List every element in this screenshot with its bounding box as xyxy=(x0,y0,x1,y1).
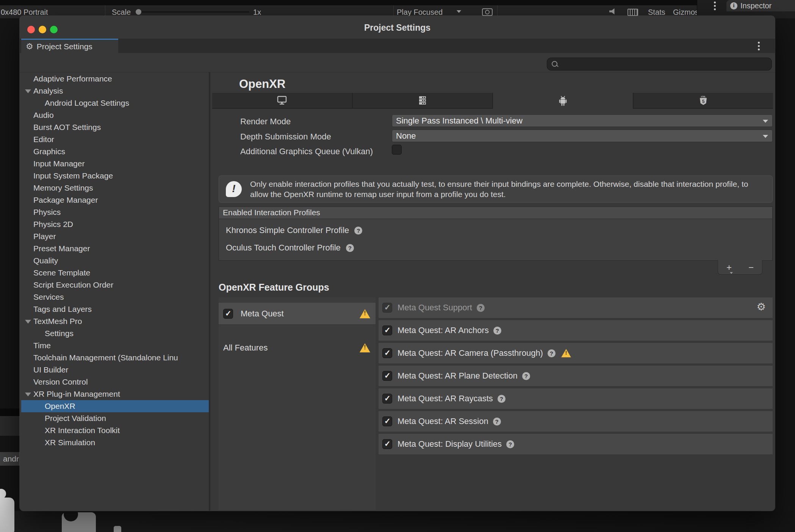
feature-settings-gear-icon[interactable]: ⚙ xyxy=(757,302,766,312)
sidebar-item-label: Analysis xyxy=(33,86,63,95)
help-icon[interactable]: ? xyxy=(498,395,505,403)
scale-slider[interactable] xyxy=(140,11,249,13)
sidebar-item[interactable]: Settings xyxy=(21,327,209,340)
interaction-profile-row[interactable]: Oculus Touch Controller Profile ? xyxy=(226,242,772,254)
tab-platform-android[interactable] xyxy=(493,93,634,109)
sidebar-item[interactable]: Scene Template xyxy=(21,267,209,279)
sidebar-item[interactable]: Services xyxy=(21,291,209,303)
vulkan-queue-checkbox[interactable] xyxy=(392,145,402,155)
vsync-icon[interactable] xyxy=(628,9,638,16)
group-label: All Features xyxy=(223,343,268,353)
sidebar-item[interactable]: XR Interaction Toolkit xyxy=(21,424,209,437)
stats-button[interactable]: Stats xyxy=(648,8,665,17)
settings-category-list: Adaptive Performance Analysis Android Lo… xyxy=(21,72,209,511)
sidebar-item[interactable]: Memory Settings xyxy=(21,182,209,194)
vulkan-queue-label: Additional Graphics Queue (Vulkan) xyxy=(240,147,373,156)
feature-checkbox[interactable] xyxy=(382,348,392,358)
mute-audio-icon[interactable] xyxy=(609,8,616,14)
sidebar-item[interactable]: Physics 2D xyxy=(21,218,209,230)
tab-platform-webgl[interactable]: HTML 5 xyxy=(634,93,773,109)
disclosure-triangle-icon[interactable] xyxy=(25,89,31,93)
screenshot-icon[interactable] xyxy=(482,8,493,16)
sidebar-item-label: Package Manager xyxy=(33,196,98,204)
tab-platform-desktop[interactable] xyxy=(212,93,353,109)
play-focused-dropdown[interactable]: Play Focused xyxy=(397,8,443,17)
help-icon[interactable]: ? xyxy=(506,440,514,448)
background-panel-edge xyxy=(0,408,20,416)
sidebar-item[interactable]: Tags and Layers xyxy=(21,303,209,315)
help-icon[interactable]: ? xyxy=(354,227,362,235)
sidebar-item[interactable]: Editor xyxy=(21,133,209,146)
platform-tabs: HTML 5 xyxy=(212,93,773,109)
search-input[interactable] xyxy=(547,58,772,70)
disclosure-triangle-icon[interactable] xyxy=(25,320,31,324)
inspector-tab[interactable]: i Inspector xyxy=(726,0,795,11)
sidebar-item[interactable]: Script Execution Order xyxy=(21,279,209,291)
sidebar-item[interactable]: Time xyxy=(21,340,209,352)
help-icon[interactable]: ? xyxy=(493,418,501,426)
help-icon[interactable]: ? xyxy=(548,349,556,357)
panel-menu-kebab-icon[interactable] xyxy=(714,2,716,10)
sidebar-item[interactable]: XR Simulation xyxy=(21,437,209,449)
sidebar-item[interactable]: Burst AOT Settings xyxy=(21,121,209,133)
openxr-settings-pane: OpenXR xyxy=(210,72,775,511)
sidebar-item[interactable]: Quality xyxy=(21,255,209,267)
project-settings-window: Project Settings ⚙ Project Settings Adap… xyxy=(20,16,775,511)
sidebar-item[interactable]: Project Validation xyxy=(21,412,209,424)
sidebar-item[interactable]: Audio xyxy=(21,109,209,121)
sidebar-item-label: XR Interaction Toolkit xyxy=(45,426,120,435)
sidebar-item[interactable]: Input Manager xyxy=(21,158,209,170)
feature-checkbox[interactable] xyxy=(382,416,392,426)
sidebar-item[interactable]: Package Manager xyxy=(21,194,209,206)
remove-profile-button[interactable]: − xyxy=(748,263,754,272)
tab-platform-dedicated-server[interactable] xyxy=(353,93,493,109)
sidebar-item[interactable]: Player xyxy=(21,230,209,243)
profiles-list-actions: + − xyxy=(718,260,762,275)
feature-groups-heading: OpenXR Feature Groups xyxy=(219,282,329,293)
feature-checkbox[interactable] xyxy=(382,394,392,404)
sidebar-item[interactable]: Input System Package xyxy=(21,170,209,182)
resolution-dropdown[interactable]: 0x480 Portrait xyxy=(1,8,48,17)
feature-group-row[interactable]: Meta Quest xyxy=(219,303,376,325)
inspector-tab-label: Inspector xyxy=(740,2,772,10)
feature-groups-panel: Meta Quest All Features xyxy=(219,297,376,510)
add-profile-button[interactable]: + xyxy=(726,263,732,272)
render-mode-dropdown[interactable]: Single Pass Instanced \ Multi-view xyxy=(392,114,773,127)
sidebar-item[interactable]: Version Control xyxy=(21,376,209,388)
disclosure-triangle-icon[interactable] xyxy=(25,393,31,396)
sidebar-item[interactable]: XR Plug-in Management xyxy=(21,388,209,400)
feature-label: Meta Quest: AR Raycasts xyxy=(398,394,493,404)
sidebar-item[interactable]: TextMesh Pro xyxy=(21,315,209,327)
sidebar-item[interactable]: Graphics xyxy=(21,146,209,158)
feature-checkbox[interactable] xyxy=(382,371,392,381)
sidebar-item[interactable]: Physics xyxy=(21,206,209,218)
depth-submission-dropdown[interactable]: None xyxy=(392,130,773,142)
interaction-profile-row[interactable]: Khronos Simple Controller Profile ? xyxy=(226,224,772,236)
feature-checkbox[interactable] xyxy=(382,303,392,313)
window-titlebar[interactable]: Project Settings xyxy=(20,16,775,39)
chevron-down-icon xyxy=(457,10,461,13)
feature-checkbox[interactable] xyxy=(382,439,392,449)
sidebar-item[interactable]: Preset Manager xyxy=(21,243,209,255)
sidebar-item[interactable]: Android Logcat Settings xyxy=(21,97,209,109)
sidebar-item[interactable]: OpenXR xyxy=(21,400,209,412)
feature-checkbox[interactable] xyxy=(382,325,392,335)
tab-project-settings[interactable]: ⚙ Project Settings xyxy=(21,39,118,53)
help-icon[interactable]: ? xyxy=(477,304,485,312)
sidebar-item[interactable]: Adaptive Performance xyxy=(21,73,209,85)
background-panel-edge xyxy=(0,416,20,436)
gizmos-dropdown[interactable]: Gizmos xyxy=(673,8,699,17)
window-menu-kebab-icon[interactable] xyxy=(758,42,760,50)
feature-group-row[interactable]: All Features xyxy=(219,338,376,357)
help-icon[interactable]: ? xyxy=(346,244,354,252)
help-icon[interactable]: ? xyxy=(522,372,530,380)
group-checkbox[interactable] xyxy=(223,309,233,319)
sidebar-item[interactable]: Analysis xyxy=(21,85,209,97)
help-icon[interactable]: ? xyxy=(493,327,501,335)
sidebar-item[interactable]: UI Builder xyxy=(21,364,209,376)
feature-row: Meta Quest: AR Camera (Passthrough) ? xyxy=(379,343,773,363)
sidebar-item[interactable]: Toolchain Management (Standalone Linu xyxy=(21,352,209,364)
sidebar-item-label: Settings xyxy=(45,329,74,338)
scale-slider-knob[interactable] xyxy=(136,9,141,15)
warning-icon xyxy=(360,343,370,352)
